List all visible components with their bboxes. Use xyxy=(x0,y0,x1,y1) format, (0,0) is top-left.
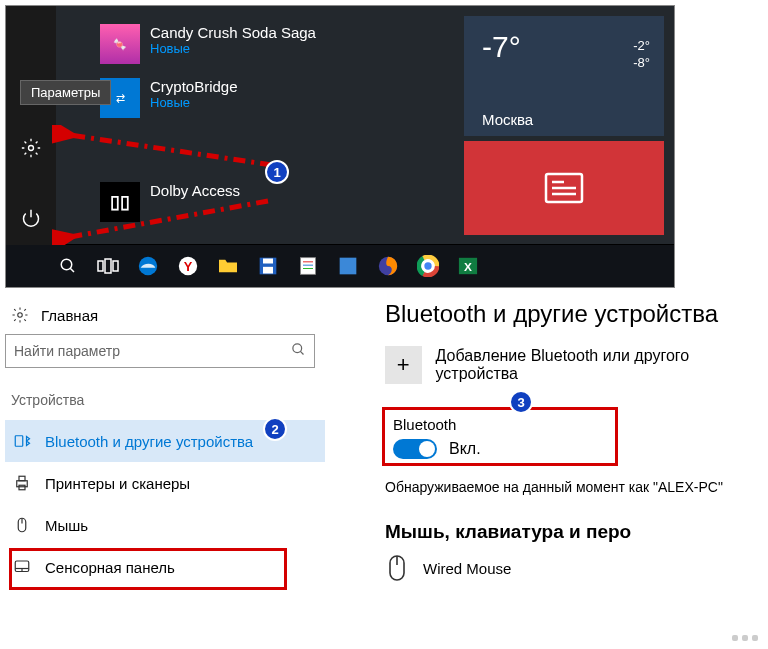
settings-tooltip: Параметры xyxy=(20,80,111,105)
search-icon xyxy=(59,257,77,275)
svg-line-34 xyxy=(70,201,268,237)
taskbar-app2[interactable] xyxy=(332,250,364,282)
weather-temp: -7° xyxy=(482,30,646,64)
svg-rect-41 xyxy=(19,485,25,490)
nav-mouse[interactable]: Мышь xyxy=(5,504,325,546)
arrow-1-to-settings xyxy=(52,125,282,175)
app-sub: Новые xyxy=(150,41,316,56)
weather-city: Москва xyxy=(482,111,533,128)
nav-label: Сенсорная панель xyxy=(45,559,175,576)
app-item-crypto[interactable]: ⇄ CryptoBridge Новые xyxy=(100,78,238,118)
taskbar-edge[interactable] xyxy=(132,250,164,282)
svg-point-30 xyxy=(424,262,431,269)
toggle-state: Вкл. xyxy=(449,440,481,458)
touchpad-icon xyxy=(13,558,31,576)
app-name: Candy Crush Soda Saga xyxy=(150,24,316,41)
printer-icon xyxy=(13,474,31,492)
page-title: Bluetooth и другие устройства xyxy=(385,300,763,328)
app-sub: Новые xyxy=(150,95,238,110)
edge-icon xyxy=(137,255,159,277)
app-item-candy[interactable]: 🍬 Candy Crush Soda Saga Новые xyxy=(100,24,316,64)
search-placeholder: Найти параметр xyxy=(14,343,120,359)
news-tile[interactable] xyxy=(464,141,664,235)
annotation-badge-3: 3 xyxy=(509,390,533,414)
svg-rect-13 xyxy=(113,261,118,271)
nav-label: Мышь xyxy=(45,517,88,534)
svg-text:Y: Y xyxy=(184,259,193,274)
svg-rect-39 xyxy=(17,481,28,487)
svg-point-0 xyxy=(29,146,34,151)
svg-rect-12 xyxy=(105,259,111,273)
power-button[interactable] xyxy=(6,194,56,242)
nav-label: Принтеры и сканеры xyxy=(45,475,190,492)
chrome-icon xyxy=(417,255,439,277)
svg-rect-24 xyxy=(340,258,357,275)
svg-text:X: X xyxy=(464,260,472,274)
taskbar-yandex[interactable]: Y xyxy=(172,250,204,282)
nav-home[interactable]: Главная xyxy=(5,300,325,334)
svg-line-37 xyxy=(300,351,303,354)
candy-icon: 🍬 xyxy=(100,24,140,64)
svg-point-36 xyxy=(293,344,302,353)
yandex-icon: Y xyxy=(177,255,199,277)
settings-search[interactable]: Найти параметр xyxy=(5,334,315,368)
bluetooth-label: Bluetooth xyxy=(393,416,607,433)
nav-touchpad[interactable]: Сенсорная панель xyxy=(5,546,325,588)
svg-point-9 xyxy=(61,259,72,270)
firefox-icon xyxy=(377,255,399,277)
add-device-row[interactable]: + Добавление Bluetooth или другого устро… xyxy=(385,346,763,384)
app-icon xyxy=(338,256,358,276)
device-wired-mouse[interactable]: Wired Mouse xyxy=(385,553,763,583)
taskbar-firefox[interactable] xyxy=(372,250,404,282)
svg-rect-20 xyxy=(301,258,316,275)
document-icon xyxy=(298,256,318,276)
folder-icon xyxy=(217,257,239,275)
news-icon xyxy=(544,172,584,204)
search-icon xyxy=(291,342,306,360)
bluetooth-devices-icon xyxy=(13,432,31,450)
plus-icon: + xyxy=(385,346,422,384)
floppy-icon xyxy=(258,256,278,276)
svg-point-35 xyxy=(18,313,23,318)
gear-icon xyxy=(11,306,29,324)
settings-button[interactable] xyxy=(6,124,56,172)
discoverable-text: Обнаруживаемое на данный момент как "ALE… xyxy=(385,479,763,495)
taskbar-chrome[interactable] xyxy=(412,250,444,282)
weather-tile[interactable]: -7° -2°-8° Москва xyxy=(464,16,664,136)
weather-range: -2°-8° xyxy=(633,38,650,72)
home-label: Главная xyxy=(41,307,98,324)
mouse-icon xyxy=(13,516,31,534)
settings-content: Bluetooth и другие устройства + Добавлен… xyxy=(385,300,763,583)
taskbar-search[interactable] xyxy=(52,250,84,282)
taskbar-app1[interactable] xyxy=(292,250,324,282)
page-dots xyxy=(732,635,758,641)
add-label: Добавление Bluetooth или другого устройс… xyxy=(436,347,763,383)
nav-printers[interactable]: Принтеры и сканеры xyxy=(5,462,325,504)
taskbar-excel[interactable]: X xyxy=(452,250,484,282)
annotation-badge-2: 2 xyxy=(263,417,287,441)
taskbar-explorer[interactable] xyxy=(212,250,244,282)
bluetooth-toggle[interactable] xyxy=(393,439,437,459)
taskbar: Y X xyxy=(6,245,674,287)
annotation-badge-1: 1 xyxy=(265,160,289,184)
svg-rect-38 xyxy=(15,436,23,447)
section-mouse-keyboard: Мышь, клавиатура и перо xyxy=(385,521,763,543)
svg-line-10 xyxy=(70,268,74,272)
arrow-1-to-start xyxy=(52,195,282,245)
svg-line-33 xyxy=(70,135,272,165)
svg-rect-19 xyxy=(263,267,273,274)
section-label: Устройства xyxy=(5,392,325,408)
device-name: Wired Mouse xyxy=(423,560,511,577)
taskview-icon xyxy=(97,258,119,274)
settings-sidebar: Главная Найти параметр Устройства Blueto… xyxy=(5,300,325,588)
svg-rect-18 xyxy=(263,259,273,264)
settings-window: Главная Найти параметр Устройства Blueto… xyxy=(5,300,763,644)
power-icon xyxy=(21,208,41,228)
gear-icon xyxy=(21,138,41,158)
mouse-icon xyxy=(385,553,409,583)
app-name: CryptoBridge xyxy=(150,78,238,95)
excel-icon: X xyxy=(457,256,479,276)
taskbar-taskview[interactable] xyxy=(92,250,124,282)
svg-rect-11 xyxy=(98,261,103,271)
taskbar-save[interactable] xyxy=(252,250,284,282)
